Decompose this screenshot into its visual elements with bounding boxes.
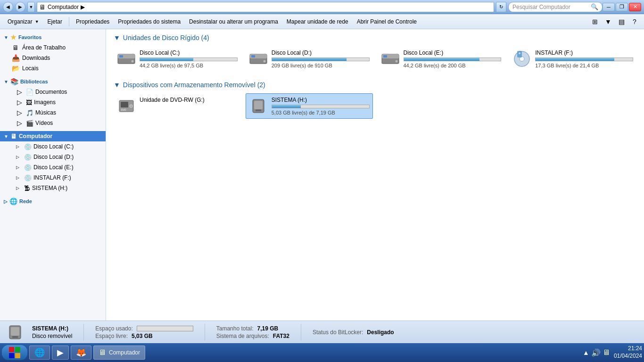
drive-d-info: Disco Local (D:) 209 GB livre(s) de 910 … <box>272 49 370 68</box>
organize-button[interactable]: Organizar ▼ <box>4 16 43 27</box>
disk-c-expand-icon: ▷ <box>13 142 22 151</box>
network-section[interactable]: ▷ 🌐 Rede <box>0 196 106 206</box>
taskbar-clock[interactable]: 21:24 01/04/2024 <box>614 345 642 360</box>
sidebar-item-music[interactable]: ▷ 🎵 Músicas <box>0 107 106 118</box>
address-text: Computador <box>48 4 79 10</box>
windows-logo-icon <box>8 346 21 359</box>
toolbar: Organizar ▼ Ejetar Propriedades Propried… <box>0 14 644 29</box>
free-value: 5,03 GB <box>132 333 153 339</box>
libraries-section[interactable]: ▼ 📚 Bibliotecas <box>0 76 106 87</box>
svg-point-7 <box>263 60 266 63</box>
sidebar-item-videos[interactable]: ▷ 🎬 Vídeos <box>0 118 106 128</box>
status-separator-3 <box>301 324 301 341</box>
computer-section[interactable]: ▼ 🖥 Computador <box>0 131 106 141</box>
total-value: 7,19 GB <box>257 325 278 332</box>
clock-time: 21:24 <box>614 345 642 353</box>
sidebar-item-downloads[interactable]: 📥 Downloads <box>0 53 106 63</box>
back-button[interactable]: ◀ <box>3 2 13 12</box>
start-button[interactable] <box>2 345 27 360</box>
favorites-label: Favoritos <box>18 34 42 40</box>
hard-drives-title: ▼ Unidades de Disco Rígido (4) <box>114 34 636 41</box>
sidebar-item-disk-d[interactable]: ▷ 💿 Disco Local (D:) <box>0 152 106 162</box>
restore-button[interactable]: ❐ <box>616 3 628 11</box>
volume-icon[interactable]: 🔊 <box>591 348 601 357</box>
control-panel-button[interactable]: Abrir Painel de Controle <box>353 16 421 27</box>
map-network-button[interactable]: Mapear unidade de rede <box>283 16 352 27</box>
taskbar-system-icons: ▲ 🔊 🖥 <box>583 348 610 357</box>
sidebar-item-install-f[interactable]: ▷ 💿 INSTALAR (F:) <box>0 173 106 183</box>
forward-button[interactable]: ▶ <box>15 2 25 12</box>
address-bar[interactable]: 🖥 Computador ▶ <box>37 2 494 12</box>
status-drive-type: Disco removível <box>32 333 72 339</box>
sidebar-item-disk-c[interactable]: ▷ 💿 Disco Local (C:) <box>0 141 106 152</box>
eject-button[interactable]: Ejetar <box>44 16 66 27</box>
install-f-expand-icon: ▷ <box>13 173 22 182</box>
svg-rect-30 <box>15 353 20 358</box>
computer-taskbar-icon: 🖥 <box>99 348 106 357</box>
drive-g-item[interactable]: DVD Unidade de DVD-RW (G:) <box>114 93 241 119</box>
status-drive-icon <box>6 324 25 341</box>
drive-e-icon <box>381 49 400 68</box>
sidebar-item-desktop[interactable]: 🖥 Área de Trabalho <box>0 42 106 53</box>
view-options-button[interactable]: ⊞ <box>589 16 601 27</box>
sidebar-item-sistema-h[interactable]: ▷ 🗜 SISTEMA (H:) <box>0 183 106 193</box>
taskbar-arrow-icon[interactable]: ▲ <box>583 349 589 356</box>
view-dropdown-button[interactable]: ▼ <box>603 16 614 27</box>
system-properties-button[interactable]: Propriedades do sistema <box>114 16 184 27</box>
sidebar-item-documents[interactable]: ▷ 📄 Documentos <box>0 87 106 97</box>
used-bar <box>137 326 193 331</box>
taskbar-ie-icon[interactable]: 🌐 <box>29 346 50 360</box>
close-button[interactable]: ✕ <box>629 3 641 11</box>
taskbar-computer-item[interactable]: 🖥 Computador <box>93 346 145 360</box>
locals-label: Locais <box>22 65 39 72</box>
drive-f-item[interactable]: INSTALAR (F:) 17,3 GB livre(s) de 21,4 G… <box>509 46 636 72</box>
favorites-arrow-icon: ▼ <box>4 35 8 40</box>
sidebar-item-locals[interactable]: 📂 Locais <box>0 63 106 74</box>
disk-c-label: Disco Local (C:) <box>33 143 74 150</box>
sidebar-item-disk-e[interactable]: ▷ 💿 Disco Local (E:) <box>0 162 106 173</box>
drive-g-icon: DVD <box>117 97 136 115</box>
total-label: Tamanho total: <box>216 325 254 332</box>
drive-h-item[interactable]: SISTEMA (H:) 5,03 GB livre(s) de 7,19 GB <box>246 93 373 119</box>
properties-button[interactable]: Propriedades <box>72 16 113 27</box>
status-row-name: SISTEMA (H:) <box>32 325 72 332</box>
favorites-section[interactable]: ▼ ★ Favoritos <box>0 32 106 42</box>
drive-g-info: Unidade de DVD-RW (G:) <box>140 97 238 105</box>
used-label: Espaço usado: <box>95 325 132 332</box>
drive-d-item[interactable]: Disco Local (D:) 209 GB livre(s) de 910 … <box>246 46 373 72</box>
drive-e-info: Disco Local (E:) 44,2 GB livre(s) de 200… <box>404 49 502 68</box>
drive-c-info: Disco Local (C:) 44,2 GB livre(s) de 97,… <box>140 49 238 68</box>
network-tray-icon[interactable]: 🖥 <box>603 348 610 357</box>
taskbar: 🌐 ▶ 🦊 🖥 Computador ▲ 🔊 🖥 21:24 01/04/202… <box>0 343 644 362</box>
preview-pane-button[interactable]: ▤ <box>616 16 627 27</box>
hard-drives-arrow-icon: ▼ <box>114 34 120 41</box>
drive-h-size: 5,03 GB livre(s) de 7,19 GB <box>272 110 370 115</box>
drive-d-bar <box>272 58 347 61</box>
status-separator-2 <box>205 324 205 341</box>
bitlocker-label: Status do BitLocker: <box>313 329 363 336</box>
minimize-button[interactable]: ─ <box>603 3 615 11</box>
refresh-button[interactable]: ↻ <box>496 2 506 12</box>
sidebar-item-images[interactable]: ▷ 🖼 Imagens <box>0 97 106 107</box>
drive-h-bar <box>272 105 301 108</box>
bitlocker-value: Desligado <box>367 329 394 336</box>
drive-e-item[interactable]: Disco Local (E:) 44,2 GB livre(s) de 200… <box>378 46 505 72</box>
organize-dropdown-icon: ▼ <box>35 19 39 24</box>
drive-c-item[interactable]: Disco Local (C:) 44,2 GB livre(s) de 97,… <box>114 46 241 72</box>
desktop-label: Área de Trabalho <box>22 44 66 51</box>
uninstall-label: Desinstalar ou alterar um programa <box>189 18 278 25</box>
help-button[interactable]: ? <box>629 16 640 27</box>
hard-drives-grid: Disco Local (C:) 44,2 GB livre(s) de 97,… <box>114 46 636 72</box>
network-arrow-icon: ▷ <box>4 199 8 204</box>
taskbar-media-icon[interactable]: ▶ <box>52 346 69 360</box>
uninstall-button[interactable]: Desinstalar ou alterar um programa <box>185 16 282 27</box>
drive-c-bar <box>140 58 193 61</box>
search-bar[interactable]: Pesquisar Computador 🔍 <box>508 2 603 12</box>
taskbar-firefox-icon[interactable]: 🦊 <box>71 346 91 360</box>
status-bar: SISTEMA (H:) Disco removível Espaço usad… <box>0 321 644 343</box>
status-row-used: Espaço usado: <box>95 325 193 332</box>
address-arrow: ▶ <box>81 4 85 10</box>
nav-dropdown-button[interactable]: ▼ <box>27 2 35 12</box>
media-icon: ▶ <box>57 347 64 358</box>
svg-rect-10 <box>383 55 387 58</box>
